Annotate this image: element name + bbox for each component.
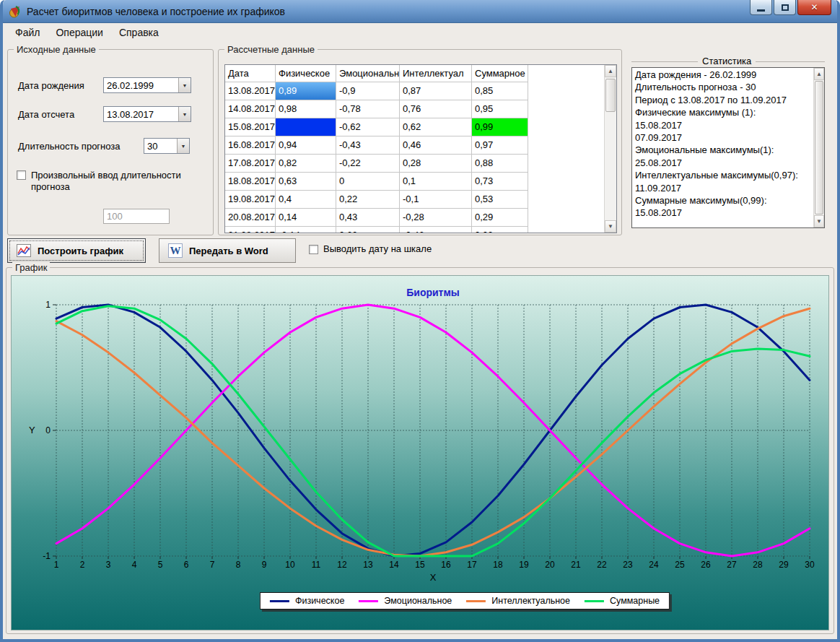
grid-cell[interactable]: 17.08.2017 [225, 155, 276, 173]
custom-duration-checkbox[interactable]: Произвольный ввод длительности прогноза [17, 170, 196, 193]
send-to-word-button[interactable]: W Передать в Word [159, 238, 296, 263]
grid-cell[interactable]: 0,14 [276, 209, 336, 227]
grid-cell[interactable]: 0,98 [276, 100, 336, 118]
stats-line[interactable]: 15.08.2017 [635, 119, 813, 131]
grid-cell[interactable]: 14.08.2017 [225, 100, 276, 118]
grid-cell[interactable]: -0,1 [400, 191, 472, 209]
statistics-listbox[interactable]: Дата рождения - 26.02.1999Длительность п… [631, 67, 825, 228]
stats-line[interactable]: Суммарные максимумы(0,99): [635, 194, 813, 207]
grid-cell[interactable]: 0,88 [472, 155, 528, 173]
checkbox-icon[interactable] [309, 245, 318, 254]
stats-line[interactable]: 15.08.2017 [635, 207, 813, 219]
grid-scrollbar[interactable]: ▲ ▼ [604, 65, 616, 233]
scroll-down-icon[interactable]: ▼ [605, 220, 616, 233]
grid-cell[interactable]: 0 [336, 173, 400, 191]
grid-cell[interactable]: 0,46 [400, 136, 472, 155]
scroll-up-icon[interactable]: ▲ [605, 65, 616, 77]
stats-line[interactable]: Физические максимумы (1): [635, 106, 813, 118]
stats-line[interactable]: Интеллектуальные максимумы(0,97): [635, 169, 813, 181]
stats-line[interactable]: Период с 13.08.2017 по 11.09.2017 [635, 94, 813, 106]
custom-duration-input[interactable] [103, 209, 170, 224]
start-date-combobox[interactable]: 13.08.2017 ▼ [103, 106, 191, 122]
grid-cell[interactable]: 19.08.2017 [225, 191, 276, 209]
column-header[interactable]: Дата [225, 65, 276, 82]
x-tick-label: 29 [779, 560, 789, 570]
scrollbar-track[interactable] [605, 77, 616, 220]
grid-cell[interactable]: 0,62 [400, 118, 472, 136]
grid-cell[interactable]: 0,76 [400, 100, 472, 118]
grid-cell[interactable]: 16.08.2017 [225, 136, 276, 155]
maximize-button[interactable] [774, 0, 796, 15]
grid-cell[interactable]: 0,4 [276, 191, 336, 209]
grid-cell[interactable]: -0,46 [400, 227, 472, 233]
grid-cell[interactable]: 20.08.2017 [225, 209, 276, 227]
stats-line[interactable]: 25.08.2017 [635, 157, 813, 169]
grid-cell[interactable]: 0,1 [400, 173, 472, 191]
minimize-icon [757, 9, 765, 12]
grid-cell[interactable]: 0,22 [336, 191, 400, 209]
grid-cell[interactable]: 15.08.2017 [225, 118, 276, 136]
grid-cell[interactable]: 0,29 [472, 209, 528, 227]
grid-cell[interactable]: 0,62 [336, 227, 400, 233]
grid-cell[interactable]: -0,62 [336, 118, 400, 136]
grid-cell[interactable]: -0,22 [336, 155, 400, 173]
scrollbar-thumb[interactable] [605, 79, 616, 112]
statistics-scrollbar[interactable]: ▲ ▼ [813, 68, 824, 227]
title-bar[interactable]: Расчет биоритмов человека и построение и… [3, 0, 837, 23]
chevron-down-icon[interactable]: ▼ [178, 107, 191, 121]
column-header[interactable]: Интеллектуал [400, 65, 472, 82]
grid-cell[interactable]: 0,99 [472, 118, 528, 136]
grid-cell[interactable]: 0,82 [276, 155, 336, 173]
column-header[interactable]: Суммарное [472, 65, 528, 82]
plot-graph-button[interactable]: Построить график [7, 238, 146, 263]
grid-cell[interactable]: -0,28 [400, 209, 472, 227]
scroll-up-icon[interactable]: ▲ [814, 68, 824, 80]
chevron-down-icon[interactable]: ▼ [177, 139, 189, 153]
grid-cell[interactable]: 0,63 [276, 173, 336, 191]
column-header[interactable]: Эмоциональн [336, 65, 400, 82]
scroll-down-icon[interactable]: ▼ [814, 215, 824, 227]
grid-cell[interactable]: 0,43 [336, 209, 400, 227]
column-header[interactable]: Физическое [276, 65, 336, 82]
window-controls: ✕ [750, 0, 831, 15]
scrollbar-thumb[interactable] [815, 81, 823, 214]
scrollbar-track[interactable] [814, 80, 824, 215]
grid-cell[interactable]: 0,95 [472, 100, 528, 118]
checkbox-icon[interactable] [17, 170, 26, 180]
grid-cell[interactable]: 0,53 [472, 191, 528, 209]
x-tick-label: 4 [132, 560, 137, 570]
chevron-down-icon[interactable]: ▼ [178, 78, 191, 92]
axis-date-checkbox[interactable]: Выводить дату на шкале [309, 243, 432, 255]
grid-cell[interactable] [276, 118, 336, 136]
grid-cell[interactable]: -0,78 [336, 100, 400, 118]
menu-help[interactable]: Справка [111, 25, 167, 40]
stats-line[interactable]: Эмоциональные максимумы(1): [635, 144, 813, 156]
grid-cell[interactable]: 0,73 [472, 173, 528, 191]
close-button[interactable]: ✕ [797, 0, 831, 15]
stats-line[interactable]: Длительность прогноза - 30 [635, 81, 813, 93]
grid-cell[interactable]: 13.08.2017 [225, 82, 276, 100]
minimize-button[interactable] [750, 0, 772, 15]
series-summary [56, 306, 810, 556]
menu-operations[interactable]: Операции [48, 25, 111, 40]
grid-cell[interactable]: 0,89 [276, 82, 336, 100]
grid-cell[interactable]: 0,85 [472, 82, 528, 100]
grid-cell[interactable]: 0,94 [276, 136, 336, 155]
stats-line[interactable]: 07.09.2017 [635, 131, 813, 144]
grid-cell[interactable]: 0,87 [400, 82, 472, 100]
grid-cell[interactable]: 18.08.2017 [225, 173, 276, 191]
grid-cell[interactable]: 0,28 [400, 155, 472, 173]
duration-combobox[interactable]: 30 ▼ [144, 138, 190, 154]
stats-line[interactable]: Дата рождения - 26.02.1999 [635, 69, 813, 81]
legend-label: Эмоциональное [384, 596, 452, 606]
grid-cell[interactable]: -0,14 [276, 227, 336, 233]
x-tick-label: 26 [701, 560, 711, 570]
stats-line[interactable]: 11.09.2017 [635, 182, 813, 194]
grid-cell[interactable]: -0,9 [336, 82, 400, 100]
grid-cell[interactable]: 21.08.2017 [225, 227, 276, 233]
menu-file[interactable]: Файл [7, 25, 48, 40]
grid-cell[interactable]: -0,43 [336, 136, 400, 155]
birth-date-combobox[interactable]: 26.02.1999 ▼ [103, 77, 191, 93]
grid-cell[interactable]: 0,03 [472, 227, 528, 233]
grid-cell[interactable]: 0,97 [472, 136, 528, 155]
